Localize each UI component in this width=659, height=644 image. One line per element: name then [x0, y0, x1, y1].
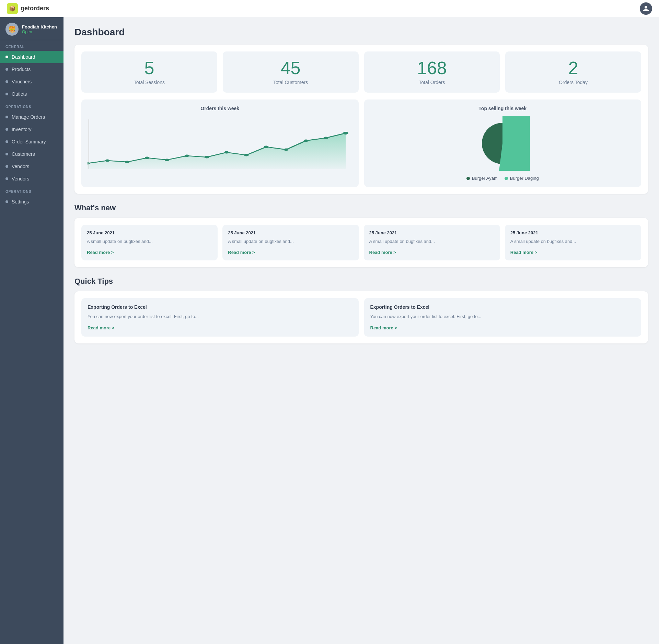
legend-item-daging: Burger Daging	[505, 176, 539, 181]
line-chart-title: Orders this week	[88, 106, 352, 111]
legend-label-ayam: Burger Ayam	[472, 176, 498, 181]
pie-legend: Burger Ayam Burger Daging	[466, 176, 539, 181]
user-avatar-button[interactable]	[640, 2, 652, 15]
sidebar-item-outlets[interactable]: Outlets	[0, 88, 63, 100]
line-chart-card: Orders this week	[81, 99, 359, 187]
chart-dot	[244, 154, 249, 156]
nav-dot	[5, 68, 8, 71]
news-card-2: 25 June 2021 A small update on bugfixes …	[364, 225, 500, 260]
nav-dot	[5, 80, 8, 83]
store-info: 🍔 Foodlab Kitchen Open	[0, 17, 63, 40]
tip-card-0: Exporting Orders to Excel You can now ex…	[81, 298, 359, 337]
nav-operations-label: OPERATIONS	[0, 100, 63, 111]
store-avatar: 🍔	[5, 23, 19, 36]
user-icon	[643, 5, 649, 12]
sidebar-item-vouchers-label: Vouchers	[12, 79, 32, 84]
legend-dot-ayam	[466, 177, 470, 180]
stat-customers-number: 45	[230, 59, 352, 77]
news-body-1: A small update on bugfixes and...	[228, 238, 353, 245]
sidebar-item-dashboard[interactable]: Dashboard	[0, 51, 63, 63]
stat-card-customers: 45 Total Customers	[223, 51, 359, 93]
nav-operations2-label: OPERATIONS	[0, 185, 63, 196]
pie-chart-wrap: Burger Ayam Burger Daging	[370, 116, 635, 181]
app-name: getorders	[21, 5, 49, 12]
sidebar-item-inventory[interactable]: Inventory	[0, 123, 63, 136]
sidebar-item-vendors1[interactable]: Vendors	[0, 160, 63, 173]
sidebar-item-manage-orders-label: Manage Orders	[12, 114, 45, 120]
stat-card-orders: 168 Total Orders	[364, 51, 500, 93]
chart-dot	[204, 156, 209, 159]
news-body-2: A small update on bugfixes and...	[369, 238, 495, 245]
news-card-1: 25 June 2021 A small update on bugfixes …	[222, 225, 359, 260]
tip-body-1: You can now export your order list to ex…	[370, 313, 635, 320]
sidebar-item-manage-orders[interactable]: Manage Orders	[0, 111, 63, 123]
nav-dot	[5, 93, 8, 95]
nav-dot	[5, 116, 8, 118]
news-date-0: 25 June 2021	[87, 230, 212, 235]
nav-dot	[5, 56, 8, 58]
sidebar-item-vouchers[interactable]: Vouchers	[0, 75, 63, 88]
chart-dot	[145, 157, 150, 159]
stat-card-sessions: 5 Total Sessions	[81, 51, 217, 93]
logo-icon: 📦	[7, 3, 18, 14]
news-read-more-1[interactable]: Read more >	[228, 250, 353, 255]
tip-body-0: You can now export your order list to ex…	[88, 313, 352, 320]
tip-title-1: Exporting Orders to Excel	[370, 304, 635, 310]
sidebar-item-order-summary[interactable]: Order Summary	[0, 136, 63, 148]
sidebar-item-settings-label: Settings	[12, 199, 29, 204]
sidebar-item-order-summary-label: Order Summary	[12, 139, 46, 144]
news-read-more-2[interactable]: Read more >	[369, 250, 495, 255]
nav-dot	[5, 128, 8, 131]
news-read-more-0[interactable]: Read more >	[87, 250, 212, 255]
sidebar-item-vendors2-label: Vendors	[12, 176, 29, 182]
sidebar-item-products-label: Products	[12, 67, 31, 72]
news-grid: 25 June 2021 A small update on bugfixes …	[81, 225, 641, 260]
chart-dot	[105, 160, 110, 162]
chart-dot	[224, 151, 229, 154]
tip-card-1: Exporting Orders to Excel You can now ex…	[364, 298, 641, 337]
nav-dot	[5, 140, 8, 143]
stat-today-number: 2	[512, 59, 634, 77]
news-date-2: 25 June 2021	[369, 230, 495, 235]
chart-dot	[264, 146, 269, 148]
news-card-3: 25 June 2021 A small update on bugfixes …	[505, 225, 641, 260]
store-status: Open	[22, 30, 57, 34]
pie-chart-title: Top selling this week	[370, 106, 635, 111]
news-card-0: 25 June 2021 A small update on bugfixes …	[81, 225, 218, 260]
sidebar-item-inventory-label: Inventory	[12, 127, 32, 132]
news-body-0: A small update on bugfixes and...	[87, 238, 212, 245]
stats-section: 5 Total Sessions 45 Total Customers 168 …	[74, 45, 648, 194]
tip-read-more-1[interactable]: Read more >	[370, 325, 635, 330]
logo: 📦 getorders	[7, 3, 49, 14]
chart-dot	[304, 140, 309, 142]
news-body-3: A small update on bugfixes and...	[510, 238, 636, 245]
tip-title-0: Exporting Orders to Excel	[88, 304, 352, 310]
nav-dot	[5, 177, 8, 180]
chart-dot	[165, 159, 170, 161]
chart-area	[88, 133, 346, 169]
quick-tips-section: Exporting Orders to Excel You can now ex…	[74, 291, 648, 344]
stat-orders-number: 168	[371, 59, 493, 77]
nav-dot	[5, 153, 8, 155]
quick-tips-title: Quick Tips	[74, 277, 648, 286]
legend-dot-daging	[505, 177, 508, 180]
charts-row: Orders this week	[81, 99, 641, 187]
legend-label-daging: Burger Daging	[510, 176, 539, 181]
news-date-3: 25 June 2021	[510, 230, 636, 235]
sidebar-item-dashboard-label: Dashboard	[12, 54, 35, 60]
sidebar-item-vendors2[interactable]: Vendors	[0, 173, 63, 185]
stat-sessions-label: Total Sessions	[88, 80, 210, 85]
stat-customers-label: Total Customers	[230, 80, 352, 85]
topbar: 📦 getorders	[0, 0, 659, 17]
stats-row: 5 Total Sessions 45 Total Customers 168 …	[81, 51, 641, 93]
sidebar-item-settings[interactable]: Settings	[0, 196, 63, 208]
news-read-more-3[interactable]: Read more >	[510, 250, 636, 255]
sidebar-item-products[interactable]: Products	[0, 63, 63, 75]
chart-dot	[125, 161, 130, 163]
tip-read-more-0[interactable]: Read more >	[88, 325, 352, 330]
page-title: Dashboard	[74, 27, 648, 38]
sidebar: 🍔 Foodlab Kitchen Open GENERAL Dashboard…	[0, 17, 63, 644]
whats-new-title: What's new	[74, 203, 648, 212]
chart-dot	[284, 149, 289, 151]
sidebar-item-customers[interactable]: Customers	[0, 148, 63, 160]
